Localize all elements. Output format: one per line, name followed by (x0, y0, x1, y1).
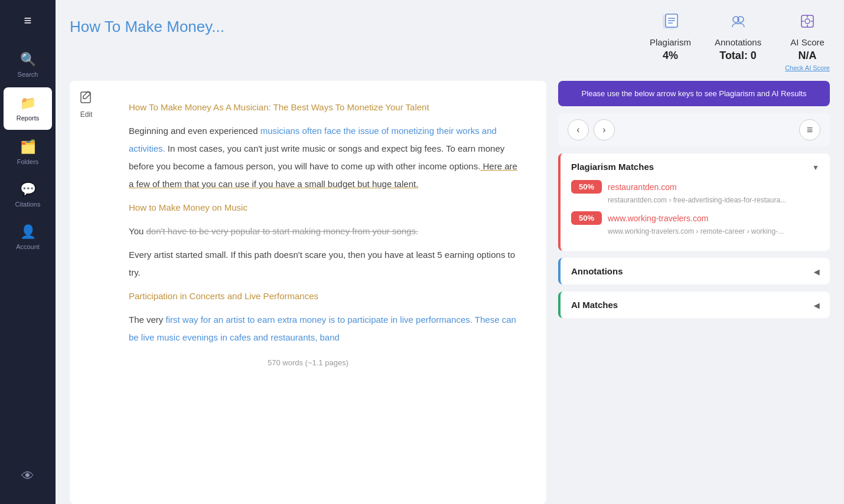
ai-score-icon (798, 12, 817, 35)
menu-button[interactable]: ≡ (799, 119, 820, 140)
document-text: How To Make Money As A Musician: The Bes… (93, 99, 523, 346)
plagiarism-card-body: 50% restaurantden.com restaurantden.com … (561, 180, 830, 251)
plagiarism-matches-card: Plagiarism Matches 50% restaurantden.com… (558, 153, 830, 251)
doc-paragraph-heading1: How to Make Money on Music (129, 199, 523, 217)
annotations-label: Annotations (715, 37, 761, 47)
folders-icon: 🗂️ (20, 139, 36, 155)
ai-matches-card: AI Matches (558, 292, 830, 318)
sidebar-label-folders: Folders (17, 158, 39, 165)
sidebar-label-citations: Citations (15, 201, 41, 208)
sidebar-label-reports: Reports (17, 114, 40, 122)
plagiarism-label: Plagiarism (650, 37, 691, 47)
navigation-bar: ‹ › ≡ (558, 113, 830, 146)
sidebar: ≡ 🔍 Search 📁 Reports 🗂️ Folders 💬 Citati… (0, 0, 56, 504)
sidebar-label-account: Account (16, 243, 40, 250)
annotations-card: Annotations (558, 258, 830, 284)
plagiarism-stat: Plagiarism 4% (650, 12, 691, 62)
plagiarism-card-header[interactable]: Plagiarism Matches (561, 153, 830, 180)
ai-score-label: AI Score (790, 37, 825, 47)
next-button[interactable]: › (594, 119, 615, 140)
annotations-card-title: Annotations (571, 266, 623, 276)
plagiarism-icon (661, 12, 680, 35)
plagiarism-chevron-icon (812, 162, 819, 172)
sidebar-item-folders[interactable]: 🗂️ Folders (0, 131, 56, 174)
editor-panel: Edit How To Make Money As A Musician: Th… (70, 81, 830, 504)
document-title: How To Make Money... (70, 12, 224, 36)
top-bar: How To Make Money... Plagiarism 4% (70, 12, 830, 71)
edit-label: Edit (80, 110, 93, 119)
sidebar-bottom: 👁 (0, 460, 56, 504)
ai-matches-card-header[interactable]: AI Matches (561, 292, 830, 318)
main-content: How To Make Money... Plagiarism 4% (56, 0, 844, 504)
match-percent-1: 50% (571, 180, 602, 194)
edit-icon (79, 90, 93, 108)
sidebar-item-citations[interactable]: 💬 Citations (0, 174, 56, 216)
eye-icon[interactable]: 👁 (13, 460, 43, 492)
edit-button[interactable]: Edit (79, 90, 93, 119)
annotations-icon (729, 12, 748, 35)
doc-paragraph-4: The very first way for an artist to earn… (129, 311, 523, 346)
sidebar-item-search[interactable]: 🔍 Search (0, 44, 56, 86)
ai-matches-card-title: AI Matches (571, 300, 618, 310)
ai-score-stat: AI Score N/A Check AI Score (785, 12, 830, 71)
match-row-1: 50% restaurantden.com (571, 180, 819, 194)
sidebar-item-account[interactable]: 👤 Account (0, 216, 56, 258)
annotations-chevron-icon (814, 266, 819, 276)
match-percent-2: 50% (571, 211, 602, 225)
check-ai-score-link[interactable]: Check AI Score (785, 64, 830, 71)
sidebar-label-search: Search (18, 71, 38, 78)
match-item-2: 50% www.working-travelers.com www.workin… (571, 211, 819, 235)
ai-matches-chevron-icon (814, 300, 819, 310)
plagiarism-card-title: Plagiarism Matches (571, 162, 654, 172)
match-domain-2[interactable]: www.working-travelers.com (608, 214, 708, 223)
annotations-stat: Annotations Total: 0 (715, 12, 761, 62)
doc-paragraph-2: You don't have to be very popular to sta… (129, 222, 523, 240)
citations-icon: 💬 (20, 182, 36, 197)
doc-title-text: How To Make Money As A Musician: The Bes… (129, 102, 429, 112)
match-row-2: 50% www.working-travelers.com (571, 211, 819, 225)
match-url-1: restaurantden.com › free-advertising-ide… (608, 196, 819, 204)
app-logo: ≡ (19, 9, 37, 32)
doc-paragraph-heading2: Participation in Concerts and Live Perfo… (129, 287, 523, 305)
top-stats: Plagiarism 4% Annotations Total: 0 (650, 12, 830, 71)
plagiarism-value: 4% (663, 50, 678, 62)
right-panel: Please use the below arrow keys to see P… (558, 81, 830, 504)
match-item-1: 50% restaurantden.com restaurantden.com … (571, 180, 819, 204)
doc-paragraph-3: Every artist started small. If this path… (129, 246, 523, 282)
reports-icon: 📁 (20, 96, 36, 111)
document-area[interactable]: Edit How To Make Money As A Musician: Th… (70, 81, 546, 504)
search-icon: 🔍 (20, 52, 36, 67)
match-domain-1[interactable]: restaurantden.com (608, 182, 677, 192)
doc-paragraph-1: Beginning and even experienced musicians… (129, 122, 523, 193)
annotations-value: Total: 0 (719, 50, 757, 62)
match-url-2: www.working-travelers.com › remote-caree… (608, 227, 819, 235)
sidebar-item-reports[interactable]: 📁 Reports (4, 87, 52, 130)
annotations-card-header[interactable]: Annotations (561, 258, 830, 284)
svg-point-8 (805, 19, 810, 24)
word-count: 570 words (~1.1 pages) (93, 352, 523, 369)
notice-banner: Please use the below arrow keys to see P… (558, 81, 830, 106)
account-icon: 👤 (20, 224, 36, 240)
prev-button[interactable]: ‹ (568, 119, 589, 140)
ai-score-value: N/A (799, 50, 817, 62)
doc-paragraph-title: How To Make Money As A Musician: The Bes… (129, 99, 523, 116)
